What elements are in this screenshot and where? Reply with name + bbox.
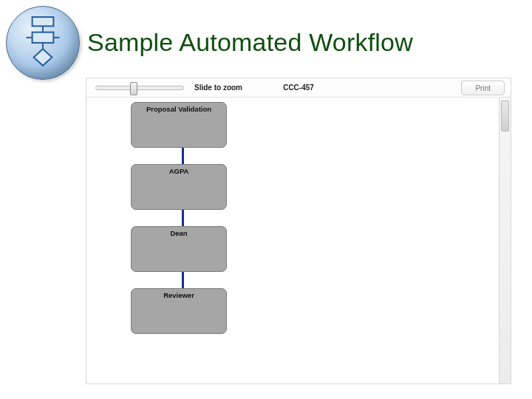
svg-rect-2 xyxy=(33,33,54,43)
workflow-node-label: Dean xyxy=(134,229,223,237)
workflow-canvas[interactable]: Proposal ValidationAGPADeanReviewer xyxy=(86,98,499,383)
workflow-node-label: Reviewer xyxy=(134,291,223,299)
workflow-node[interactable]: Reviewer xyxy=(131,288,227,334)
zoom-slider[interactable] xyxy=(95,86,184,90)
zoom-label: Slide to zoom xyxy=(194,83,242,92)
workflow-connector xyxy=(182,148,184,164)
viewer-toolbar: Slide to zoom CCC-457 Print xyxy=(86,78,511,98)
workflow-node-label: Proposal Validation xyxy=(134,105,223,113)
workflow-node-label: AGPA xyxy=(134,167,223,175)
svg-marker-6 xyxy=(34,49,52,66)
print-button[interactable]: Print xyxy=(461,81,505,95)
flowchart-svg xyxy=(20,16,66,70)
workflow-viewer: Slide to zoom CCC-457 Print Proposal Val… xyxy=(86,78,511,384)
workflow-node[interactable]: AGPA xyxy=(131,164,227,210)
zoom-slider-thumb[interactable] xyxy=(130,82,137,95)
workflow-connector xyxy=(182,272,184,288)
workflow-node[interactable]: Proposal Validation xyxy=(131,102,227,148)
document-id: CCC-457 xyxy=(283,83,314,92)
vertical-scrollbar[interactable] xyxy=(499,98,511,383)
svg-rect-0 xyxy=(33,17,54,26)
workflow-node[interactable]: Dean xyxy=(131,226,227,272)
workflow-connector xyxy=(182,210,184,226)
page-title: Sample Automated Workflow xyxy=(87,28,413,57)
flowchart-icon xyxy=(6,6,80,80)
